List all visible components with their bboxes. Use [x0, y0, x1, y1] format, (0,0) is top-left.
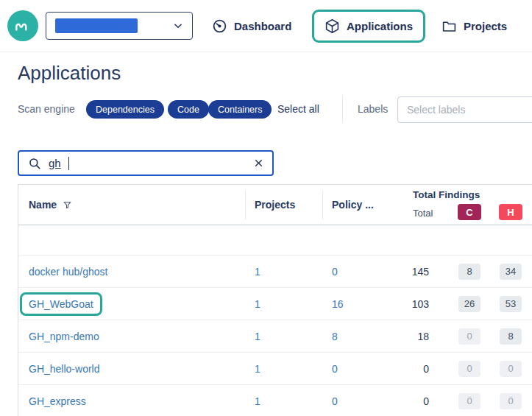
critical-findings-badge: 26 [458, 296, 480, 312]
high-severity-badge: H [499, 204, 522, 220]
application-link[interactable]: GH_hello-world [29, 363, 99, 375]
high-findings-badge: 8 [500, 328, 522, 345]
application-link[interactable]: docker hub/ghost [29, 266, 107, 278]
critical-findings-badge: 0 [458, 361, 480, 377]
high-findings-badge: 0 [500, 361, 522, 377]
nav-dashboard-label: Dashboard [234, 20, 291, 32]
clear-search-button[interactable] [254, 158, 263, 168]
projects-count-link[interactable]: 1 [255, 266, 260, 278]
scan-engine-pill-containers[interactable]: Containers [208, 100, 272, 119]
critical-findings-badge: 8 [458, 264, 480, 280]
org-selector-dropdown[interactable] [46, 12, 193, 40]
nav-applications[interactable]: Applications [312, 10, 425, 43]
total-findings-value: 0 [397, 363, 449, 375]
select-all-link[interactable]: Select all [277, 103, 319, 115]
projects-folder-icon [441, 18, 457, 34]
policy-violations-link[interactable]: 0 [332, 395, 338, 407]
nav-projects[interactable]: Projects [441, 0, 507, 52]
column-header-policy: Policy ... [332, 199, 374, 211]
critical-findings-badge: 0 [458, 328, 480, 345]
mend-logo-icon [13, 16, 32, 35]
table-row: GH_WebGoat 1 16 103 26 53 [18, 287, 532, 320]
page-title: Applications [18, 62, 121, 85]
column-header-projects: Projects [255, 199, 295, 211]
policy-violations-link[interactable]: 8 [332, 331, 338, 342]
text-cursor [68, 157, 69, 170]
column-header-total: Total [413, 208, 433, 219]
top-navigation-bar: Dashboard Applications Projects [0, 0, 532, 52]
column-header-name: Name [29, 199, 72, 211]
nav-dashboard[interactable]: Dashboard [212, 0, 291, 52]
scan-engine-pill-code[interactable]: Code [168, 100, 209, 119]
dashboard-icon [212, 18, 227, 34]
column-header-name-label: Name [29, 199, 57, 211]
critical-findings-badge: 0 [458, 393, 480, 409]
column-header-total-findings: Total Findings [413, 189, 480, 200]
table-empty-row [18, 225, 532, 255]
nav-applications-label: Applications [347, 20, 413, 32]
projects-count-link[interactable]: 1 [255, 395, 260, 407]
nav-projects-label: Projects [464, 20, 507, 32]
chevron-down-icon [173, 21, 183, 31]
projects-count-link[interactable]: 1 [255, 363, 260, 375]
mend-logo[interactable] [7, 10, 38, 41]
total-findings-value: 18 [397, 331, 449, 342]
column-divider [245, 191, 246, 219]
application-search-input[interactable]: gh [18, 150, 274, 176]
high-findings-badge: 0 [500, 393, 522, 409]
redacted-org-name [55, 18, 138, 33]
total-findings-value: 0 [397, 395, 449, 407]
application-link[interactable]: GH_npm-demo [29, 331, 99, 342]
column-divider [322, 191, 323, 219]
policy-violations-link[interactable]: 0 [332, 363, 338, 375]
application-link[interactable]: GH_WebGoat [29, 298, 93, 310]
filter-divider [342, 96, 343, 122]
high-findings-badge: 53 [500, 296, 522, 312]
policy-violations-link[interactable]: 0 [332, 266, 338, 278]
app-root: Dashboard Applications Projects Applicat… [0, 0, 532, 416]
applications-icon [324, 18, 340, 34]
total-findings-value: 145 [397, 266, 449, 278]
search-query-text: gh [49, 157, 61, 169]
highlight-annotation: GH_WebGoat [20, 292, 102, 316]
policy-violations-link[interactable]: 16 [332, 298, 344, 310]
labels-select-input[interactable] [397, 96, 532, 123]
total-findings-value: 103 [397, 298, 449, 310]
applications-table: Name Projects Policy ... Total Findings … [18, 184, 532, 416]
projects-count-link[interactable]: 1 [255, 331, 260, 342]
table-row: GH_express 1 0 0 0 0 [18, 384, 532, 416]
critical-severity-badge: C [458, 204, 481, 220]
high-findings-badge: 34 [500, 264, 522, 280]
projects-count-link[interactable]: 1 [255, 298, 260, 310]
table-row: GH_hello-world 1 0 0 0 0 [18, 352, 532, 384]
table-row: docker hub/ghost 1 0 145 8 34 [18, 255, 532, 287]
search-icon [28, 157, 41, 170]
application-link[interactable]: GH_express [29, 395, 86, 407]
table-header-row: Name Projects Policy ... Total Findings … [18, 185, 532, 225]
labels-label: Labels [358, 103, 388, 115]
scan-engine-pill-dependencies[interactable]: Dependencies [86, 100, 164, 119]
scan-engine-label: Scan engine [18, 103, 75, 115]
table-row: GH_npm-demo 1 8 18 0 8 [18, 320, 532, 352]
filter-funnel-icon[interactable] [63, 200, 72, 210]
